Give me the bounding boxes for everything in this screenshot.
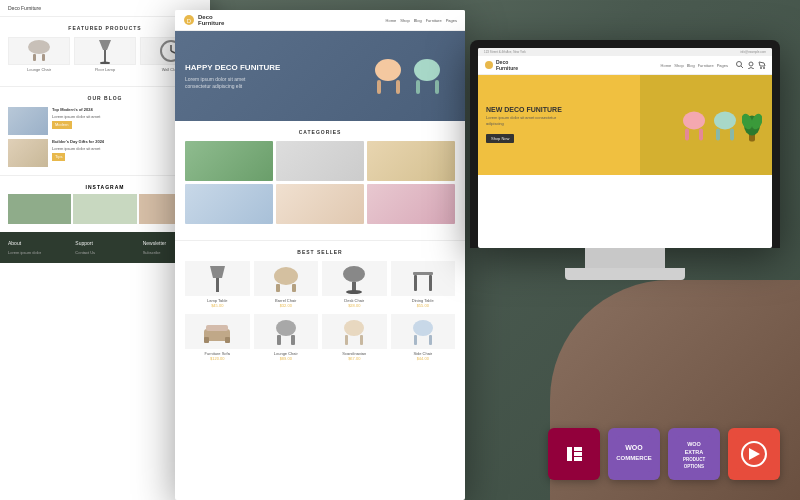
svg-point-14: [414, 59, 440, 81]
search-icon[interactable]: [736, 61, 744, 69]
nav-link-blog[interactable]: Blog: [414, 18, 422, 23]
sofa-icon: [202, 317, 232, 347]
nav-link-furniture[interactable]: Furniture: [426, 18, 442, 23]
monitor-logo-icon: [484, 60, 494, 70]
svg-point-46: [763, 67, 765, 69]
center-brand: DecoFurniture: [198, 14, 224, 26]
nav-link-home[interactable]: Home: [661, 63, 672, 68]
svg-text:PRODUCT: PRODUCT: [683, 457, 706, 462]
center-bestseller: BEST SELLER Lamp Table $45.00: [175, 240, 465, 369]
chair-icon: [25, 39, 53, 63]
blog-text: Top Modern's of 2024 Lorem ipsum dolor s…: [52, 107, 100, 129]
product-image: [185, 314, 250, 349]
product-image: [391, 261, 456, 296]
cart-icon[interactable]: [758, 61, 766, 69]
center-nav-links: Home Shop Blog Furniture Pages: [386, 18, 457, 23]
svg-point-45: [760, 67, 762, 69]
svg-point-38: [413, 320, 433, 336]
svg-line-43: [741, 66, 743, 68]
category-item: [367, 184, 455, 224]
woocommerce-icon: WOO COMMERCE: [616, 436, 652, 472]
center-logo-icon: D: [183, 14, 195, 26]
nav-link-pages[interactable]: Pages: [446, 18, 457, 23]
product-image: [185, 261, 250, 296]
categories-title: CATEGORIES: [185, 129, 455, 135]
topbar-email: info@example.com: [740, 50, 766, 54]
category-item: [276, 141, 364, 181]
list-item: Dining Table $55.00: [391, 261, 456, 308]
nav-link-shop[interactable]: Shop: [400, 18, 409, 23]
extra-chair-icon: [409, 317, 437, 347]
nav-icons: [736, 61, 766, 69]
desk-chair-icon: [340, 264, 368, 294]
bestseller-grid-2: Furniture Sofa $120.00 Lounge Chair $89.…: [185, 314, 455, 361]
product-price: $45.00: [185, 303, 250, 308]
topbar-address: 123 Street & 4th Ave, New York: [484, 50, 526, 54]
nav-link-shop[interactable]: Shop: [674, 63, 683, 68]
bestseller-grid: Lamp Table $45.00 Barrel Chair $32.00: [185, 261, 455, 308]
blog-text: Builder's Day Gifts for 2024 Lorem ipsum…: [52, 139, 104, 161]
svg-rect-1: [33, 54, 36, 61]
hero-chairs: [371, 56, 445, 96]
product-price: $28.00: [322, 303, 387, 308]
svg-rect-29: [204, 337, 209, 343]
monitor-brand: DecoFurniture: [496, 59, 518, 71]
list-item: Furniture Sofa $120.00: [185, 314, 250, 361]
svg-point-32: [276, 320, 296, 336]
product-image-chair: [8, 37, 70, 65]
svg-point-47: [683, 112, 705, 130]
svg-rect-36: [345, 335, 348, 345]
categories-grid: [185, 141, 455, 224]
svg-marker-17: [210, 266, 225, 278]
nav-link-furniture[interactable]: Furniture: [698, 63, 714, 68]
blog-items: Top Modern's of 2024 Lorem ipsum dolor s…: [8, 107, 202, 167]
svg-rect-34: [291, 335, 295, 345]
footer-col-title: About: [8, 240, 67, 246]
list-item: Floor Lamp: [74, 37, 136, 72]
list-item: Top Modern's of 2024 Lorem ipsum dolor s…: [8, 107, 202, 135]
product-price: $32.00: [254, 303, 319, 308]
blog-image: [8, 139, 48, 167]
center-webpage-mockup: D DecoFurniture Home Shop Blog Furniture…: [175, 10, 465, 500]
nav-link-pages[interactable]: Pages: [717, 63, 728, 68]
category-item: [185, 184, 273, 224]
product-image: [254, 314, 319, 349]
elementor-badge: [548, 428, 600, 480]
list-item: Desk Chair $28.00: [322, 261, 387, 308]
svg-rect-40: [429, 335, 432, 345]
list-item: Lamp Table $45.00: [185, 261, 250, 308]
product-price: $44.00: [391, 356, 456, 361]
product-price: $120.00: [185, 356, 250, 361]
hero-chair-1: [371, 56, 406, 96]
plugin-badges-container: WOO COMMERCE WOO EXTRA PRODUCT OPTIONS: [548, 428, 780, 480]
monitor-hero-subtitle: Lorem ipsum dolor sit amet consectetur a…: [486, 115, 566, 126]
blog-title: OUR BLOG: [8, 95, 202, 101]
svg-rect-58: [567, 447, 572, 461]
user-icon[interactable]: [747, 61, 755, 69]
svg-rect-51: [716, 129, 720, 141]
svg-rect-2: [42, 54, 45, 61]
product-name: Lounge Chair: [8, 67, 70, 72]
svg-rect-26: [414, 275, 417, 291]
nav-link-blog[interactable]: Blog: [687, 63, 695, 68]
monitor-mockup: 123 Street & 4th Ave, New York info@exam…: [470, 40, 780, 280]
svg-point-24: [346, 290, 362, 294]
product-price: $55.00: [391, 303, 456, 308]
svg-text:OPTIONS: OPTIONS: [684, 464, 704, 469]
footer-col: Support Contact Us: [75, 240, 134, 255]
center-hero-text: HAPPY DECO FUNITURE Lorem ipsum dolor si…: [185, 63, 280, 90]
product-image: [391, 314, 456, 349]
center-hero-title: HAPPY DECO FUNITURE: [185, 63, 280, 72]
footer-col: About Lorem ipsum dolor: [8, 240, 67, 255]
svg-text:WOO: WOO: [625, 444, 643, 451]
svg-text:WOO: WOO: [687, 441, 701, 447]
instagram-image: [8, 194, 71, 224]
monitor-topbar: 123 Street & 4th Ave, New York info@exam…: [478, 48, 772, 56]
svg-point-19: [274, 267, 298, 285]
monitor-shop-btn[interactable]: Shop Now: [486, 134, 514, 143]
category-item: [276, 184, 364, 224]
woocommerce-badge: WOO COMMERCE: [608, 428, 660, 480]
svg-point-0: [28, 40, 50, 54]
nav-link-home[interactable]: Home: [386, 18, 397, 23]
product-price: $89.00: [254, 356, 319, 361]
